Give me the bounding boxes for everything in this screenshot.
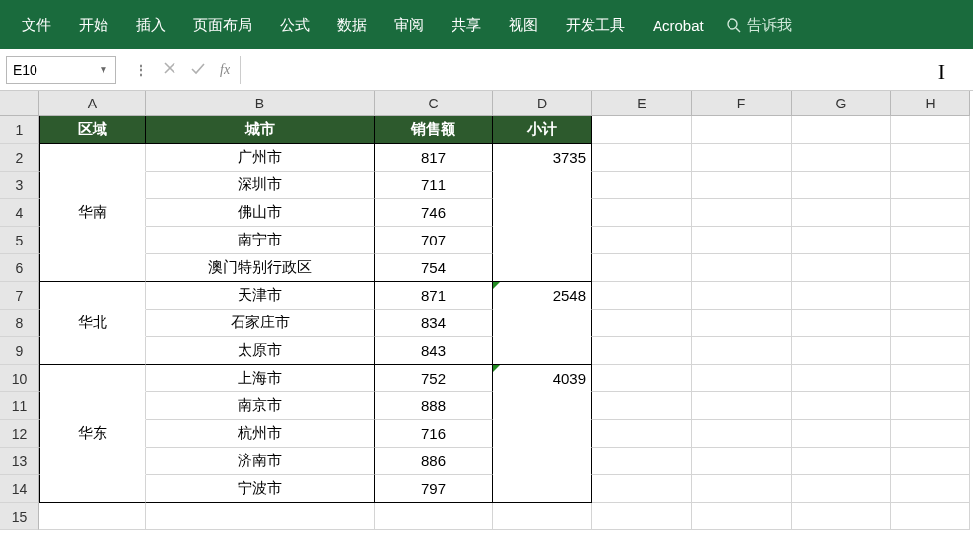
cell-G9[interactable] (792, 337, 891, 365)
cell-H12[interactable] (891, 420, 970, 448)
cell-G1[interactable] (792, 116, 891, 144)
cell-C2[interactable]: 817 (375, 144, 493, 172)
cell-E15[interactable] (592, 503, 692, 530)
ribbon-tab-公式[interactable]: 公式 (266, 0, 323, 49)
cell-C14[interactable]: 797 (375, 475, 493, 503)
cell-H14[interactable] (891, 475, 970, 503)
cell-D1[interactable]: 小计 (493, 116, 592, 144)
cell-D5[interactable] (493, 227, 592, 254)
cell-A9[interactable] (39, 337, 146, 365)
chevron-down-icon[interactable]: ▼ (96, 64, 111, 75)
cell-F6[interactable] (692, 254, 792, 282)
cell-B12[interactable]: 杭州市 (146, 420, 375, 448)
ribbon-tab-开发工具[interactable]: 开发工具 (552, 0, 639, 49)
row-header-6[interactable]: 6 (0, 254, 39, 282)
cell-H9[interactable] (891, 337, 970, 365)
cell-C13[interactable]: 886 (375, 448, 493, 475)
cell-B9[interactable]: 太原市 (146, 337, 375, 365)
cell-H10[interactable] (891, 365, 970, 392)
cell-A11[interactable] (39, 392, 146, 420)
cell-F13[interactable] (692, 448, 792, 475)
select-all-corner[interactable] (0, 91, 39, 116)
cell-G5[interactable] (792, 227, 891, 254)
cell-E7[interactable] (592, 282, 692, 310)
cell-H6[interactable] (891, 254, 970, 282)
row-header-4[interactable]: 4 (0, 199, 39, 227)
grid[interactable]: 区域城市销售额小计广州市8173735深圳市711华南佛山市746南宁市707澳… (39, 116, 970, 530)
cell-B14[interactable]: 宁波市 (146, 475, 375, 503)
cell-H8[interactable] (891, 310, 970, 337)
cell-D9[interactable] (493, 337, 592, 365)
cell-F8[interactable] (692, 310, 792, 337)
cell-B4[interactable]: 佛山市 (146, 199, 375, 227)
cell-D7[interactable]: 2548 (493, 282, 592, 310)
row-header-14[interactable]: 14 (0, 475, 39, 503)
cell-C9[interactable]: 843 (375, 337, 493, 365)
cell-E12[interactable] (592, 420, 692, 448)
cell-F1[interactable] (692, 116, 792, 144)
cell-E6[interactable] (592, 254, 692, 282)
cell-A3[interactable] (39, 172, 146, 199)
cell-F7[interactable] (692, 282, 792, 310)
cell-G2[interactable] (792, 144, 891, 172)
cell-B3[interactable]: 深圳市 (146, 172, 375, 199)
cell-G8[interactable] (792, 310, 891, 337)
cell-E13[interactable] (592, 448, 692, 475)
cell-F9[interactable] (692, 337, 792, 365)
ribbon-tab-页面布局[interactable]: 页面布局 (179, 0, 266, 49)
cell-H15[interactable] (891, 503, 970, 530)
formula-input[interactable] (240, 56, 967, 84)
cell-F10[interactable] (692, 365, 792, 392)
name-box[interactable]: E10 ▼ (6, 56, 116, 84)
cell-B13[interactable]: 济南市 (146, 448, 375, 475)
cell-B5[interactable]: 南宁市 (146, 227, 375, 254)
cell-A5[interactable] (39, 227, 146, 254)
cell-A6[interactable] (39, 254, 146, 282)
cell-D15[interactable] (493, 503, 592, 530)
cell-G11[interactable] (792, 392, 891, 420)
cell-A4[interactable]: 华南 (39, 199, 146, 227)
ribbon-tab-视图[interactable]: 视图 (495, 0, 552, 49)
cell-E9[interactable] (592, 337, 692, 365)
cell-H3[interactable] (891, 172, 970, 199)
cell-D13[interactable] (493, 448, 592, 475)
cell-D8[interactable] (493, 310, 592, 337)
cell-C8[interactable]: 834 (375, 310, 493, 337)
tell-me-search[interactable]: 告诉我 (726, 16, 792, 35)
cell-D6[interactable] (493, 254, 592, 282)
cell-G7[interactable] (792, 282, 891, 310)
ribbon-tab-审阅[interactable]: 审阅 (381, 0, 438, 49)
cell-C15[interactable] (375, 503, 493, 530)
cell-A8[interactable]: 华北 (39, 310, 146, 337)
cell-E3[interactable] (592, 172, 692, 199)
cell-H13[interactable] (891, 448, 970, 475)
cell-E4[interactable] (592, 199, 692, 227)
col-header-C[interactable]: C (375, 91, 493, 116)
row-header-5[interactable]: 5 (0, 227, 39, 254)
cell-A15[interactable] (39, 503, 146, 530)
cell-G14[interactable] (792, 475, 891, 503)
enter-icon[interactable] (190, 61, 206, 78)
cell-D12[interactable] (493, 420, 592, 448)
cell-E2[interactable] (592, 144, 692, 172)
ribbon-tab-开始[interactable]: 开始 (65, 0, 122, 49)
cell-G12[interactable] (792, 420, 891, 448)
ribbon-tab-共享[interactable]: 共享 (438, 0, 495, 49)
cell-A1[interactable]: 区域 (39, 116, 146, 144)
row-header-2[interactable]: 2 (0, 144, 39, 172)
col-header-E[interactable]: E (592, 91, 692, 116)
col-header-H[interactable]: H (891, 91, 970, 116)
row-header-15[interactable]: 15 (0, 503, 39, 530)
cell-H5[interactable] (891, 227, 970, 254)
col-header-F[interactable]: F (692, 91, 792, 116)
cell-G13[interactable] (792, 448, 891, 475)
cell-D11[interactable] (493, 392, 592, 420)
row-header-12[interactable]: 12 (0, 420, 39, 448)
cell-G4[interactable] (792, 199, 891, 227)
cell-C11[interactable]: 888 (375, 392, 493, 420)
cell-D2[interactable]: 3735 (493, 144, 592, 172)
cell-G3[interactable] (792, 172, 891, 199)
cell-F4[interactable] (692, 199, 792, 227)
cell-B7[interactable]: 天津市 (146, 282, 375, 310)
row-header-9[interactable]: 9 (0, 337, 39, 365)
